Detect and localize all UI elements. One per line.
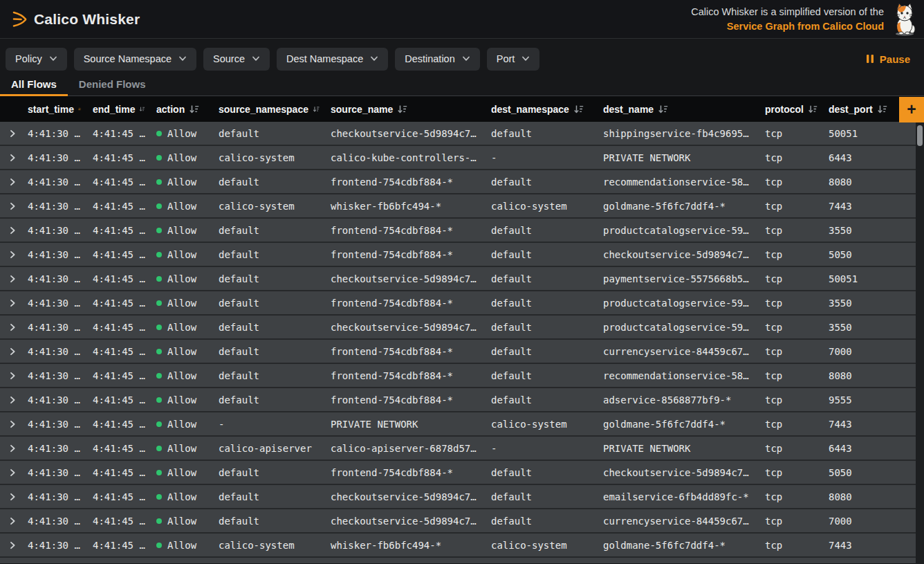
cell-dest-namespace: default (480, 176, 592, 188)
pause-button[interactable]: Pause (866, 53, 913, 65)
row-expander[interactable] (0, 251, 17, 259)
brand: Calico Whisker (11, 9, 140, 30)
table-scrollbar[interactable] (916, 122, 924, 564)
chevron-right-icon[interactable] (9, 420, 16, 428)
table-row[interactable]: 4:41:30 …4:41:45 …Allowdefaultcheckoutse… (0, 316, 916, 340)
tab-denied-flows[interactable]: Denied Flows (68, 72, 157, 95)
cell-source-namespace: default (207, 370, 320, 381)
tab-all-flows[interactable]: All Flows (0, 72, 68, 95)
row-expander[interactable] (0, 493, 17, 501)
chevron-right-icon[interactable] (9, 372, 16, 380)
row-expander[interactable] (0, 129, 17, 138)
row-expander[interactable] (0, 396, 17, 404)
chevron-right-icon[interactable] (9, 347, 16, 356)
column-header-protocol[interactable]: protocol (754, 104, 817, 115)
cell-dest-name: productcatalogservice-59… (592, 298, 754, 309)
chevron-right-icon[interactable] (9, 154, 16, 162)
cell-source-namespace: default (207, 273, 320, 284)
column-header-action[interactable]: action (145, 104, 207, 115)
cell-action: Allow (145, 176, 207, 188)
chevron-right-icon[interactable] (9, 202, 16, 210)
table-row[interactable]: 4:41:30 …4:41:45 …Allowdefaultfrontend-7… (0, 388, 916, 412)
calico-cat-mascot (889, 3, 920, 36)
table-row[interactable]: 4:41:30 …4:41:45 …Allowdefaultfrontend-7… (0, 461, 916, 485)
table-row[interactable]: 4:41:30 …4:41:45 …Allowdefaultcheckoutse… (0, 267, 916, 291)
chevron-right-icon[interactable] (9, 444, 16, 453)
table-row[interactable]: 4:41:30 …4:41:45 …Allowdefaultfrontend-7… (0, 170, 916, 194)
chevron-right-icon[interactable] (9, 178, 16, 186)
cell-protocol: tcp (754, 201, 817, 212)
column-header-start_time[interactable]: start_time (17, 104, 82, 115)
table-row[interactable]: 4:41:30 …4:41:45 …Allowdefaultfrontend-7… (0, 291, 916, 316)
cell-dest-port: 8080 (817, 370, 894, 381)
allow-status-dot (156, 300, 162, 306)
cell-end-time: 4:41:45 … (82, 491, 145, 502)
table-row[interactable]: 4:41:30 …4:41:45 …Allowcalico-apiserverc… (0, 437, 916, 461)
chevron-right-icon[interactable] (9, 275, 16, 283)
column-header-end_time[interactable]: end_time (82, 104, 145, 115)
table-row[interactable]: 4:41:30 …4:41:45 …Allowdefaultcheckoutse… (0, 509, 916, 534)
filter-button-dest-namespace[interactable]: Dest Namespace (277, 48, 388, 71)
filter-button-source-namespace[interactable]: Source Namespace (74, 48, 196, 71)
chevron-right-icon[interactable] (9, 251, 16, 259)
table-row[interactable]: 4:41:30 …4:41:45 …Allowdefaultcheckoutse… (0, 485, 916, 509)
table-row[interactable]: 4:41:30 …4:41:45 …Allowdefaultfrontend-7… (0, 364, 916, 388)
add-column-button[interactable]: + (899, 97, 924, 122)
row-expander[interactable] (0, 517, 17, 525)
chevron-right-icon[interactable] (9, 541, 16, 549)
scrollbar-thumb[interactable] (917, 125, 923, 146)
table-row[interactable]: 4:41:30 …4:41:45 …Allowcalico-systemwhis… (0, 194, 916, 219)
row-expander[interactable] (0, 275, 17, 283)
banner-description: Calico Whisker is a simplified version o… (691, 6, 884, 17)
table-header-row: start_timeend_timeactionsource_namespace… (0, 96, 924, 122)
column-header-dest_port[interactable]: dest_port (817, 104, 894, 115)
cell-source-name: calico-kube-controllers-… (320, 152, 480, 163)
row-expander[interactable] (0, 469, 17, 477)
column-header-source_name[interactable]: source_name (320, 104, 480, 115)
row-expander[interactable] (0, 420, 17, 428)
table-row[interactable]: 4:41:30 …4:41:45 …Allowcalico-systemcali… (0, 146, 916, 170)
cell-end-time: 4:41:45 … (82, 322, 145, 333)
row-expander[interactable] (0, 202, 17, 210)
row-expander[interactable] (0, 323, 17, 331)
row-expander[interactable] (0, 444, 17, 453)
chevron-right-icon[interactable] (9, 323, 16, 331)
chevron-right-icon[interactable] (9, 226, 16, 235)
row-expander[interactable] (0, 347, 17, 356)
service-graph-link[interactable]: Service Graph from Calico Cloud (691, 19, 884, 34)
column-header-dest_namespace[interactable]: dest_namespace (480, 104, 592, 115)
table-row[interactable]: 4:41:30 …4:41:45 …Allowdefaultfrontend-7… (0, 243, 916, 267)
filter-button-destination[interactable]: Destination (395, 48, 480, 71)
table-row[interactable]: 4:41:30 …4:41:45 …Allowdefaultfrontend-7… (0, 219, 916, 243)
table-row-partial[interactable] (0, 558, 916, 563)
cell-dest-namespace: calico-system (480, 201, 592, 212)
filter-button-policy[interactable]: Policy (6, 48, 67, 71)
chevron-right-icon[interactable] (9, 129, 16, 138)
cell-dest-name: recommendationservice-58… (592, 176, 754, 188)
chevron-right-icon[interactable] (9, 396, 16, 404)
chevron-right-icon[interactable] (9, 299, 16, 307)
chevron-right-icon[interactable] (9, 493, 16, 501)
row-expander[interactable] (0, 372, 17, 380)
chevron-right-icon[interactable] (9, 469, 16, 477)
sort-descending-icon (139, 104, 145, 113)
row-expander[interactable] (0, 178, 17, 186)
table-row[interactable]: 4:41:30 …4:41:45 …Allowdefaultfrontend-7… (0, 340, 916, 364)
table-row[interactable]: 4:41:30 …4:41:45 …Allowcalico-systemwhis… (0, 534, 916, 558)
filter-button-source[interactable]: Source (203, 48, 270, 71)
row-expander[interactable] (0, 154, 17, 162)
cell-action: Allow (145, 419, 207, 430)
table-row[interactable]: 4:41:30 …4:41:45 …Allow-PRIVATE NETWORKc… (0, 412, 916, 437)
row-expander[interactable] (0, 541, 17, 549)
column-header-dest_name[interactable]: dest_name (592, 104, 754, 115)
cell-source-namespace: calico-system (207, 201, 320, 212)
chevron-right-icon[interactable] (9, 517, 16, 525)
row-expander[interactable] (0, 299, 17, 307)
sort-descending-icon (808, 104, 817, 113)
chevron-down-icon (178, 56, 187, 62)
cell-dest-name: goldmane-5f6fc7ddf4-* (592, 419, 754, 430)
filter-button-port[interactable]: Port (487, 48, 540, 71)
row-expander[interactable] (0, 226, 17, 235)
table-row[interactable]: 4:41:30 …4:41:45 …Allowdefaultcheckoutse… (0, 122, 916, 146)
column-header-source_namespace[interactable]: source_namespace (207, 104, 320, 115)
